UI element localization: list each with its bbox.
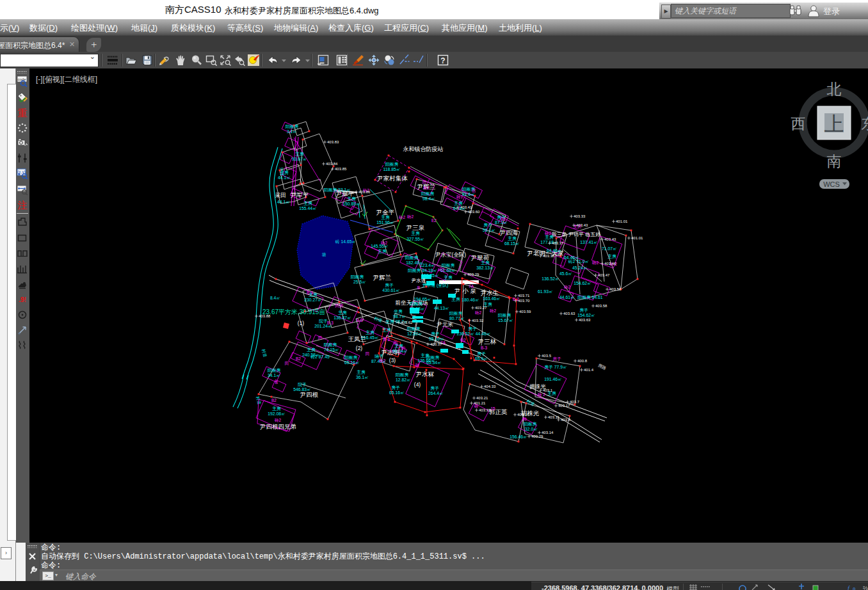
svg-text:403.60: 403.60 <box>468 210 480 214</box>
svg-text:151.96㎡: 151.96㎡ <box>376 220 394 225</box>
svg-text:尹水冧: 尹水冧 <box>416 371 435 378</box>
svg-text:403.21: 403.21 <box>476 396 488 400</box>
svg-text:阳圈房: 阳圈房 <box>385 162 399 167</box>
svg-text:403.83: 403.83 <box>327 140 339 144</box>
svg-text:25.5㎡: 25.5㎡ <box>353 280 366 284</box>
svg-text:砖2: 砖2 <box>379 358 386 363</box>
svg-text:44.13㎡: 44.13㎡ <box>434 306 449 310</box>
svg-text:68.15㎡: 68.15㎡ <box>504 241 520 246</box>
svg-text:主房: 主房 <box>381 215 390 219</box>
svg-text:宿: 宿 <box>472 188 476 193</box>
svg-text:32.0㎡: 32.0㎡ <box>525 427 538 431</box>
svg-text:砖2: 砖2 <box>545 231 552 235</box>
svg-text:.9!: .9! <box>19 296 26 303</box>
svg-text:401.01: 401.01 <box>616 219 628 223</box>
svg-text:砖: 砖 <box>523 417 527 421</box>
svg-text:塘: 塘 <box>322 252 326 257</box>
svg-text:砖 2: 砖 2 <box>538 392 545 397</box>
svg-text:主房: 主房 <box>411 231 420 235</box>
svg-text:64.46㎡: 64.46㎡ <box>547 248 562 253</box>
svg-text:71.07㎡: 71.07㎡ <box>602 246 617 251</box>
svg-text:砖2: 砖2 <box>564 285 571 289</box>
svg-text:401.4: 401.4 <box>584 368 594 372</box>
svg-text:65.9㎡: 65.9㎡ <box>475 356 488 361</box>
svg-text:65.34㎡: 65.34㎡ <box>392 349 408 353</box>
svg-text:150.85㎡: 150.85㎡ <box>342 202 360 206</box>
svg-text:403.1: 403.1 <box>543 388 553 392</box>
svg-text:f: f <box>848 585 850 590</box>
svg-text:118.85㎡: 118.85㎡ <box>383 167 400 171</box>
svg-text:主房: 主房 <box>366 330 374 335</box>
svg-text:殷三泉 尹锦平 临五婷: 殷三泉 尹锦平 临五婷 <box>552 232 600 237</box>
svg-text:主房: 主房 <box>382 328 391 332</box>
svg-text:尹水宝(全队): 尹水宝(全队) <box>435 251 466 258</box>
svg-text:村道: 村道 <box>261 347 268 358</box>
svg-text:191.46㎡: 191.46㎡ <box>544 377 562 381</box>
svg-text:?: ? <box>440 56 445 65</box>
svg-text:15: 15 <box>490 406 495 411</box>
svg-text:404.33: 404.33 <box>484 385 496 388</box>
svg-text:403.63: 403.63 <box>563 312 575 315</box>
svg-text:主房: 主房 <box>280 170 289 175</box>
svg-text:阳圈房 23.1㎡: 阳圈房 23.1㎡ <box>324 187 351 193</box>
svg-text:院子: 院子 <box>319 319 328 324</box>
svg-text:阳圈房: 阳圈房 <box>344 355 358 360</box>
svg-text:403.58: 403.58 <box>609 287 622 291</box>
svg-text:主房: 主房 <box>295 152 304 156</box>
svg-text:约2: 约2 <box>438 267 445 273</box>
svg-text:阳圈房: 阳圈房 <box>405 255 419 260</box>
svg-text:尹辉兰: 尹辉兰 <box>373 274 392 281</box>
svg-text:12.82㎡: 12.82㎡ <box>407 331 422 336</box>
svg-text:B 3: B 3 <box>383 337 390 342</box>
svg-text:主房: 主房 <box>357 370 366 374</box>
svg-text:136.87㎡: 136.87㎡ <box>334 315 351 320</box>
svg-text:65.16㎡: 65.16㎡ <box>344 360 360 365</box>
svg-text:主房: 主房 <box>451 297 460 301</box>
svg-text:403.41: 403.41 <box>460 205 472 209</box>
svg-text:阳圈房: 阳圈房 <box>524 422 537 427</box>
svg-text:砖2: 砖2 <box>407 214 414 219</box>
svg-text:8.4㎡: 8.4㎡ <box>270 296 280 300</box>
svg-text:房子: 房子 <box>391 385 400 390</box>
svg-text:主房: 主房 <box>338 310 347 315</box>
svg-text:403.47: 403.47 <box>598 273 610 277</box>
svg-text:采田: 采田 <box>275 192 286 198</box>
svg-text:403.59: 403.59 <box>519 310 531 314</box>
svg-text:56.1㎡: 56.1㎡ <box>483 228 495 232</box>
svg-text:194.65㎡: 194.65㎡ <box>414 297 431 301</box>
svg-text:尹四根四兄弟: 尹四根四兄弟 <box>260 423 296 430</box>
svg-text:(1): (1) <box>298 320 305 326</box>
svg-text:403.27: 403.27 <box>475 306 487 310</box>
svg-text:砖2: 砖2 <box>423 186 430 190</box>
svg-text:尹军平: 尹军平 <box>291 191 309 198</box>
svg-text:砖2: 砖2 <box>399 215 406 219</box>
svg-text:主房: 主房 <box>347 196 356 201</box>
svg-text:230.27㎡: 230.27㎡ <box>304 298 322 302</box>
svg-text:阳圈房 64.61: 阳圈房 64.61 <box>577 295 603 300</box>
svg-text:403.29: 403.29 <box>467 273 479 276</box>
svg-text:400.8: 400.8 <box>577 359 588 363</box>
svg-text:θ: θ <box>853 586 856 590</box>
svg-text:45.6㎡: 45.6㎡ <box>559 271 572 276</box>
svg-text:B2: B2 <box>501 217 506 221</box>
svg-text:的: 的 <box>394 340 398 345</box>
svg-text:房子: 房子 <box>477 351 486 356</box>
svg-text:(4): (4) <box>414 381 421 388</box>
svg-text:E2: E2 <box>431 218 437 223</box>
svg-text:上: 上 <box>824 113 844 135</box>
svg-text:154.62㎡: 154.62㎡ <box>577 313 595 317</box>
svg-text:房子: 房子 <box>468 326 477 331</box>
svg-text:216.45㎡: 216.45㎡ <box>361 335 379 340</box>
svg-text:房子: 房子 <box>483 223 492 228</box>
svg-text:砖: 砖 <box>415 363 420 367</box>
svg-text:主房: 主房 <box>378 249 387 253</box>
svg-text:永和镇合防疫站: 永和镇合防疫站 <box>403 146 444 152</box>
svg-text:砖2: 砖2 <box>381 241 388 245</box>
svg-text:阳圈房: 阳圈房 <box>498 313 511 318</box>
svg-text:尹四海: 尹四海 <box>500 229 518 236</box>
svg-text:砖2: 砖2 <box>592 260 599 265</box>
svg-text:尹四根: 尹四根 <box>300 391 319 398</box>
svg-text:主房: 主房 <box>481 260 490 265</box>
svg-text:尹水生: 尹水生 <box>481 289 499 296</box>
svg-text:B: B <box>417 285 420 290</box>
